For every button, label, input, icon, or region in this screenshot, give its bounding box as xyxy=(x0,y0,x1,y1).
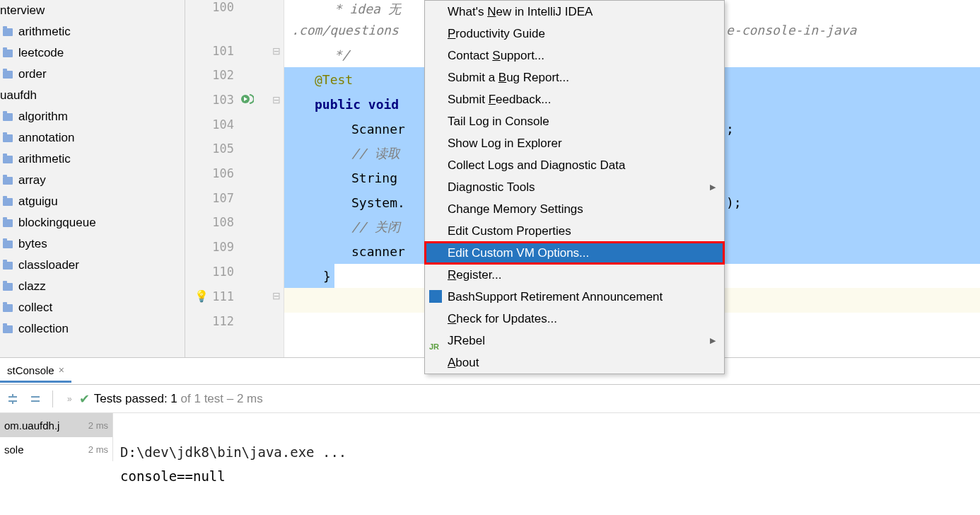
line-number: 105 xyxy=(199,141,234,156)
chevron-right-icon: ▶ xyxy=(710,176,716,198)
line-number: 103 xyxy=(199,93,234,107)
tree-folder-collect[interactable]: collect xyxy=(0,297,185,318)
folder-icon xyxy=(3,28,13,36)
tree-folder-algorithm[interactable]: algorithm xyxy=(0,106,185,127)
line-number: 109 xyxy=(199,240,234,254)
menu-item-9[interactable]: Change Memory Settings xyxy=(425,198,724,220)
menu-item-1[interactable]: Productivity Guide xyxy=(425,23,724,45)
console-line: D:\dev\jdk8\bin\java.exe ... xyxy=(120,444,346,460)
divider xyxy=(52,390,53,407)
folder-icon xyxy=(3,262,13,270)
chevron-right-icon: ▶ xyxy=(710,330,716,352)
folder-icon xyxy=(3,71,13,79)
line-number: 101 xyxy=(199,44,234,58)
project-tree[interactable]: nterview arithmetic leetcode order uaufd… xyxy=(0,0,185,357)
folder-icon xyxy=(3,113,13,121)
folder-icon xyxy=(3,283,13,291)
folder-icon xyxy=(3,134,13,142)
tree-folder-collection[interactable]: collection xyxy=(0,318,185,340)
line-number: 110 xyxy=(199,265,234,279)
fold-icon[interactable]: ⊟ xyxy=(272,290,281,299)
tree-folder-leetcode[interactable]: leetcode xyxy=(0,42,185,64)
tree-folder-array[interactable]: array xyxy=(0,170,185,191)
run-test-icon[interactable] xyxy=(241,93,254,105)
tree-folder-classloader[interactable]: classloader xyxy=(0,255,185,276)
folder-icon xyxy=(3,241,13,248)
fold-icon[interactable]: ⊟ xyxy=(272,94,281,103)
expand-all-icon[interactable] xyxy=(3,389,23,409)
tree-folder-blockingqueue[interactable]: blockingqueue xyxy=(0,212,185,233)
menu-item-5[interactable]: Tail Log in Console xyxy=(425,110,724,132)
tree-folder-order[interactable]: order xyxy=(0,64,185,85)
menu-item-16[interactable]: About xyxy=(425,352,724,374)
tree-root-interview[interactable]: nterview xyxy=(0,0,185,21)
editor-gutter[interactable]: 100 101 102 103 104 105 106 107 108 109 … xyxy=(185,0,284,357)
line-number: 100 xyxy=(199,0,234,14)
test-tree[interactable]: om.uaufdh.j2 ms sole2 ms xyxy=(0,413,113,461)
intention-bulb-icon[interactable]: 💡 xyxy=(194,289,207,302)
collapse-all-icon[interactable] xyxy=(25,389,45,409)
line-number: 104 xyxy=(199,117,234,132)
test-toolbar: » ✔ Tests passed: 1 of 1 test – 2 ms xyxy=(0,385,980,413)
test-row[interactable]: sole2 ms xyxy=(0,437,112,461)
tree-folder-bytes[interactable]: bytes xyxy=(0,233,185,255)
menu-item-3[interactable]: Submit a Bug Report... xyxy=(425,66,724,88)
line-number: 108 xyxy=(199,215,234,229)
folder-icon xyxy=(3,304,13,312)
line-number: 102 xyxy=(199,68,234,82)
folder-icon xyxy=(3,219,13,227)
folder-icon xyxy=(3,156,13,163)
test-status: Tests passed: 1 of 1 test – 2 ms xyxy=(94,392,263,406)
menu-item-7[interactable]: Collect Logs and Diagnostic Data xyxy=(425,154,724,176)
menu-item-2[interactable]: Contact Support... xyxy=(425,45,724,66)
menu-item-10[interactable]: Edit Custom Properties xyxy=(425,220,724,242)
tree-folder-annotation[interactable]: annotation xyxy=(0,127,185,149)
close-icon[interactable]: × xyxy=(59,364,64,376)
folder-icon xyxy=(3,325,13,333)
menu-item-8[interactable]: Diagnostic Tools▶ xyxy=(425,176,724,198)
folder-icon xyxy=(3,50,13,57)
fold-icon[interactable]: ⊟ xyxy=(272,45,281,54)
tree-folder-clazz[interactable]: clazz xyxy=(0,276,185,297)
console-output[interactable]: D:\dev\jdk8\bin\java.exe ... console==nu… xyxy=(120,416,387,515)
menu-item-4[interactable]: Submit Feedback... xyxy=(425,88,724,110)
tree-folder-atguigu[interactable]: atguigu xyxy=(0,191,185,212)
folder-icon xyxy=(3,198,13,206)
menu-item-14[interactable]: Check for Updates... xyxy=(425,308,724,330)
line-number: 112 xyxy=(199,314,234,328)
check-icon: ✔ xyxy=(79,391,90,407)
menu-item-6[interactable]: Show Log in Explorer xyxy=(425,132,724,154)
test-row[interactable]: om.uaufdh.j2 ms xyxy=(0,413,112,437)
menu-item-13[interactable]: BashSupport Retirement Announcement xyxy=(425,286,724,308)
run-tool-window: stConsole × » ✔ Tests passed: 1 of 1 tes… xyxy=(0,357,980,515)
folder-icon xyxy=(3,177,13,185)
tree-folder-arithmetic2[interactable]: arithmetic xyxy=(0,149,185,170)
console-line: console==null xyxy=(120,468,226,484)
line-number: 107 xyxy=(199,191,234,205)
tab-stconsole[interactable]: stConsole × xyxy=(0,360,71,383)
help-menu: What's New in IntelliJ IDEAProductivity … xyxy=(424,0,725,374)
menu-item-15[interactable]: JRJRebel▶ xyxy=(425,330,724,352)
menu-item-0[interactable]: What's New in IntelliJ IDEA xyxy=(425,1,724,23)
tree-root-uaufdh[interactable]: uaufdh xyxy=(0,85,185,106)
jrebel-icon: JR xyxy=(429,336,442,349)
line-number: 106 xyxy=(199,166,234,180)
menu-item-11[interactable]: Edit Custom VM Options... xyxy=(425,242,724,264)
bash-icon xyxy=(429,290,442,303)
menu-item-12[interactable]: Register... xyxy=(425,264,724,286)
chevron-right-icon[interactable]: » xyxy=(67,394,72,404)
tree-folder-arithmetic[interactable]: arithmetic xyxy=(0,21,185,42)
